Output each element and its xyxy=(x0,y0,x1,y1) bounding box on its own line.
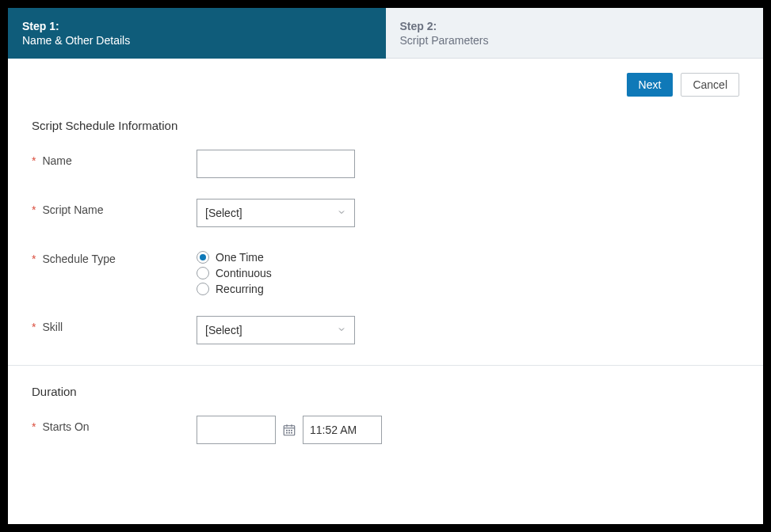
radio-one-time[interactable]: One Time xyxy=(197,251,272,264)
wizard-panel: Step 1: Name & Other Details Step 2: Scr… xyxy=(8,8,763,524)
next-button[interactable]: Next xyxy=(627,73,674,97)
step-2-label: Script Parameters xyxy=(400,34,750,47)
form-content: Script Schedule Information * Name * Scr… xyxy=(8,103,763,524)
row-starts-on: * Starts On xyxy=(32,416,739,444)
name-input[interactable] xyxy=(197,150,355,178)
step-1-number: Step 1: xyxy=(22,20,372,32)
step-2-number: Step 2: xyxy=(400,20,750,32)
step-header: Step 1: Name & Other Details Step 2: Scr… xyxy=(8,8,763,59)
radio-continuous-label: Continuous xyxy=(216,267,272,279)
calendar-icon[interactable] xyxy=(282,423,296,437)
section-script-schedule-title: Script Schedule Information xyxy=(32,119,739,132)
skill-label: Skill xyxy=(42,321,63,333)
script-name-select[interactable]: [Select] xyxy=(197,199,355,227)
starts-on-date-input[interactable] xyxy=(197,416,276,444)
svg-point-7 xyxy=(287,432,288,433)
radio-recurring[interactable]: Recurring xyxy=(197,283,272,295)
starts-on-time-value: 11:52 AM xyxy=(310,424,357,436)
schedule-type-radio-group: One Time Continuous Recurring xyxy=(197,248,272,295)
action-toolbar: Next Cancel xyxy=(8,59,763,103)
svg-point-9 xyxy=(292,432,292,433)
name-label: Name xyxy=(42,154,71,167)
radio-continuous[interactable]: Continuous xyxy=(197,267,272,279)
required-indicator: * xyxy=(32,154,36,167)
row-schedule-type: * Schedule Type One Time Continuous xyxy=(32,248,739,295)
starts-on-label: Starts On xyxy=(42,420,89,433)
radio-circle-icon xyxy=(197,283,209,295)
required-indicator: * xyxy=(32,203,36,216)
cancel-button[interactable]: Cancel xyxy=(681,73,739,97)
radio-circle-checked-icon xyxy=(197,251,209,264)
step-1-tab[interactable]: Step 1: Name & Other Details xyxy=(8,8,386,59)
svg-point-6 xyxy=(292,430,292,431)
step-2-tab[interactable]: Step 2: Script Parameters xyxy=(386,8,764,59)
skill-select[interactable]: [Select] xyxy=(197,316,355,344)
chevron-down-icon xyxy=(337,324,346,336)
chevron-down-icon xyxy=(337,207,346,219)
starts-on-time-input[interactable]: 11:52 AM xyxy=(303,416,382,444)
section-divider xyxy=(8,365,763,366)
radio-one-time-label: One Time xyxy=(216,251,264,264)
script-name-label: Script Name xyxy=(42,203,103,216)
skill-value: [Select] xyxy=(205,324,242,336)
svg-point-4 xyxy=(287,430,288,431)
schedule-type-label: Schedule Type xyxy=(42,253,115,265)
section-duration-title: Duration xyxy=(32,385,739,398)
svg-point-5 xyxy=(289,430,290,431)
required-indicator: * xyxy=(32,253,36,265)
svg-point-8 xyxy=(289,432,290,433)
row-name: * Name xyxy=(32,150,739,178)
radio-recurring-label: Recurring xyxy=(216,283,264,295)
script-name-value: [Select] xyxy=(205,207,242,219)
row-script-name: * Script Name [Select] xyxy=(32,199,739,227)
row-skill: * Skill [Select] xyxy=(32,316,739,344)
required-indicator: * xyxy=(32,420,36,433)
step-1-label: Name & Other Details xyxy=(22,34,372,47)
required-indicator: * xyxy=(32,321,36,333)
radio-circle-icon xyxy=(197,267,209,279)
